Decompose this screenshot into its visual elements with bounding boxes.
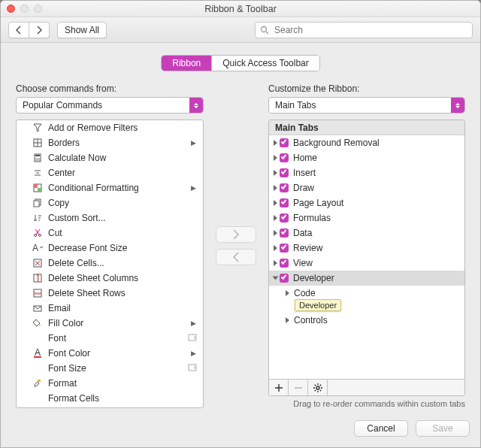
disclosure-triangle-icon[interactable]: [274, 200, 277, 206]
nav-group: [8, 22, 50, 38]
tab-ribbon[interactable]: Ribbon: [162, 56, 211, 71]
ribbon-label: Customize the Ribbon:: [268, 83, 465, 94]
back-button[interactable]: [8, 22, 29, 38]
add-tab-button[interactable]: [269, 380, 289, 395]
disclosure-triangle-icon[interactable]: [274, 215, 277, 221]
disclosure-triangle-icon[interactable]: [274, 140, 277, 146]
command-item[interactable]: Font Size: [17, 361, 203, 376]
command-label: Font Color: [48, 348, 186, 359]
disclosure-triangle-icon[interactable]: [274, 260, 277, 266]
remove-command-button[interactable]: [216, 249, 256, 265]
command-item[interactable]: Delete Cells...: [17, 256, 203, 271]
svg-point-9: [38, 158, 39, 159]
settings-button[interactable]: [308, 380, 328, 395]
tab-quick-access-toolbar[interactable]: Quick Access Toolbar: [211, 56, 319, 71]
command-item[interactable]: Center: [17, 165, 203, 180]
command-item[interactable]: AFont Color▶: [17, 346, 203, 361]
command-item[interactable]: Delete Sheet Rows: [17, 286, 203, 301]
ribbon-tab-item[interactable]: Background Removal: [269, 135, 464, 150]
ribbon-tab-item[interactable]: Data: [269, 226, 464, 241]
command-label: Add or Remove Filters: [48, 123, 203, 133]
command-item[interactable]: Format: [17, 376, 203, 391]
svg-rect-35: [34, 356, 41, 358]
command-item[interactable]: Cut: [17, 226, 203, 241]
disclosure-triangle-icon[interactable]: [273, 277, 279, 280]
command-label: Calculate Now: [48, 153, 203, 163]
submenu-arrow-icon: ▶: [191, 184, 198, 192]
disclosure-triangle-icon[interactable]: [274, 185, 277, 191]
tab-visible-checkbox[interactable]: [280, 213, 289, 222]
command-item[interactable]: Delete Sheet Columns: [17, 271, 203, 286]
forward-button[interactable]: [29, 22, 50, 38]
copy-icon: [32, 197, 44, 209]
tab-visible-checkbox[interactable]: [280, 168, 289, 177]
submenu-arrow-icon: ▶: [191, 139, 198, 147]
svg-text:A: A: [32, 243, 38, 253]
commands-column: Choose commands from: Popular Commands A…: [16, 83, 204, 408]
ribbon-tab-item[interactable]: Formulas: [269, 210, 464, 226]
svg-text:A: A: [35, 347, 41, 358]
disclosure-triangle-icon[interactable]: [274, 230, 277, 236]
command-label: Email: [48, 303, 203, 313]
command-item[interactable]: Format Cells: [17, 391, 203, 406]
tab-visible-checkbox[interactable]: [280, 259, 289, 268]
ribbon-tab-item[interactable]: Home: [269, 150, 464, 165]
command-item[interactable]: Copy: [17, 195, 203, 210]
disclosure-triangle-icon[interactable]: [286, 290, 289, 296]
search-icon: [260, 26, 269, 35]
tab-visible-checkbox[interactable]: [280, 138, 289, 147]
ribbon-tree[interactable]: Main Tabs Background RemovalHomeInsertDr…: [268, 120, 465, 396]
ribbon-tab-item[interactable]: Developer: [269, 271, 464, 286]
ribbon-tab-item[interactable]: Page Layout: [269, 195, 464, 210]
command-item[interactable]: Custom Sort...: [17, 210, 203, 226]
ribbon-group-item[interactable]: CodeDeveloper: [269, 286, 464, 301]
command-item[interactable]: Conditional Formatting▶: [17, 180, 203, 195]
save-button[interactable]: Save: [416, 420, 470, 437]
disclosure-triangle-icon[interactable]: [286, 317, 289, 323]
remove-tab-button[interactable]: [289, 380, 308, 395]
show-all-button[interactable]: Show All: [57, 22, 107, 38]
tab-visible-checkbox[interactable]: [280, 153, 289, 162]
command-item[interactable]: Borders▶: [17, 135, 203, 150]
ribbon-tab-label: Developer: [293, 273, 334, 283]
add-command-button[interactable]: [216, 226, 256, 243]
ribbon-tab-item[interactable]: Review: [269, 241, 464, 256]
cancel-button[interactable]: Cancel: [354, 420, 408, 437]
email-icon: [32, 302, 44, 314]
ribbon-tab-item[interactable]: Draw: [269, 180, 464, 195]
tab-visible-checkbox[interactable]: [280, 274, 289, 283]
disclosure-triangle-icon[interactable]: [274, 155, 277, 161]
disclosure-triangle-icon[interactable]: [274, 245, 277, 251]
command-label: Cut: [48, 228, 203, 238]
command-item[interactable]: Fill Color▶: [17, 316, 203, 331]
svg-point-10: [35, 159, 36, 160]
sort-icon: [32, 212, 44, 224]
reorder-hint: Drag to re-order commands within custom …: [268, 399, 465, 408]
commands-list[interactable]: Add or Remove FiltersBorders▶Calculate N…: [16, 120, 204, 408]
ribbon-scope-select[interactable]: Main Tabs: [268, 97, 465, 114]
ribbon-group-item[interactable]: Controls: [269, 313, 464, 328]
command-item[interactable]: Email: [17, 301, 203, 316]
search-input[interactable]: [273, 24, 467, 36]
tab-visible-checkbox[interactable]: [280, 244, 289, 253]
preferences-window: Ribbon & Toolbar Show All R: [0, 0, 481, 448]
window-controls: [7, 5, 42, 13]
del-rows-icon: [32, 287, 44, 299]
dialog-actions: Cancel Save: [1, 413, 480, 447]
close-window-button[interactable]: [7, 5, 15, 13]
disclosure-triangle-icon[interactable]: [274, 170, 277, 176]
commands-source-select[interactable]: Popular Commands: [16, 97, 204, 114]
command-item[interactable]: ADecrease Font Size: [17, 241, 203, 256]
view-switcher: Ribbon Quick Access Toolbar: [16, 55, 465, 71]
tab-visible-checkbox[interactable]: [280, 229, 289, 238]
search-field[interactable]: [255, 22, 473, 38]
command-item[interactable]: Calculate Now: [17, 150, 203, 165]
command-item[interactable]: Font: [17, 331, 203, 346]
font-dec-icon: A: [32, 242, 44, 254]
tab-visible-checkbox[interactable]: [280, 183, 289, 192]
ribbon-tab-item[interactable]: View: [269, 256, 464, 271]
ribbon-tab-item[interactable]: Insert: [269, 165, 464, 180]
command-item[interactable]: Add or Remove Filters: [17, 120, 203, 135]
tab-visible-checkbox[interactable]: [280, 198, 289, 207]
none-icon: [32, 392, 44, 404]
